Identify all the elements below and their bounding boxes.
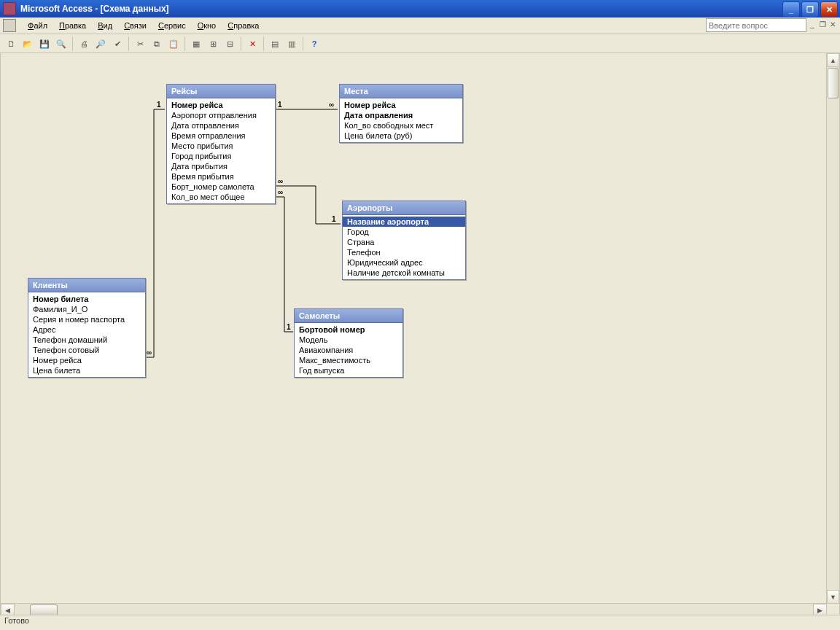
scroll-down-arrow-icon[interactable]: ▼ xyxy=(827,590,839,604)
cut-icon[interactable]: ✂ xyxy=(132,36,148,52)
field-row[interactable]: Место прибытия xyxy=(167,141,275,151)
menu-file[interactable]: Файл xyxy=(22,20,53,31)
cardinality-label: 1 xyxy=(157,101,161,109)
field-row[interactable]: Цена билета (руб) xyxy=(340,131,462,141)
table-title[interactable]: Самолеты xyxy=(295,309,402,323)
menu-relations[interactable]: Связи xyxy=(118,20,152,31)
paste-icon[interactable]: 📋 xyxy=(166,36,182,52)
field-row[interactable]: Страна xyxy=(343,237,465,247)
new-icon[interactable]: 🗋 xyxy=(3,36,19,52)
field-row[interactable]: Время прибытия xyxy=(167,171,275,182)
scroll-thumb[interactable] xyxy=(30,604,58,615)
menu-service[interactable]: Сервис xyxy=(152,20,192,31)
field-row[interactable]: Кол_во свободных мест xyxy=(340,120,462,131)
table-planes[interactable]: Самолеты Бортовой номерМодельАвиакомпани… xyxy=(294,308,403,378)
table-airports[interactable]: Аэропорты Название аэропортаГородСтранаТ… xyxy=(342,201,466,280)
field-row[interactable]: Макс_вместимость xyxy=(295,355,402,365)
table-title[interactable]: Аэропорты xyxy=(343,201,465,215)
table-body: Номер рейсаАэропорт отправленияДата отпр… xyxy=(167,98,275,203)
field-row[interactable]: Адрес xyxy=(28,324,145,335)
menubar: Файл Правка Вид Связи Сервис Окно Справк… xyxy=(0,18,840,34)
db-window-icon[interactable]: ▤ xyxy=(267,36,283,52)
field-row[interactable]: Название аэропорта xyxy=(343,217,465,227)
cardinality-label: ∞ xyxy=(278,177,283,185)
table-body: Номер билетаФамилия_И_ОСерия и номер пас… xyxy=(28,292,145,377)
table-flights[interactable]: Рейсы Номер рейсаАэропорт отправленияДат… xyxy=(166,84,276,204)
show-all-icon[interactable]: ⊟ xyxy=(222,36,238,52)
field-row[interactable]: Город xyxy=(343,227,465,237)
show-direct-icon[interactable]: ⊞ xyxy=(205,36,221,52)
field-row[interactable]: Дата отправления xyxy=(167,120,275,131)
spellcheck-icon[interactable]: ✔ xyxy=(109,36,125,52)
field-row[interactable]: Номер рейса xyxy=(28,355,145,365)
show-table-icon[interactable]: ▦ xyxy=(188,36,204,52)
new-object-icon[interactable]: ▥ xyxy=(284,36,300,52)
save-icon[interactable]: 💾 xyxy=(36,36,52,52)
mdi-restore-button[interactable]: ❐ xyxy=(818,20,827,28)
window-title: Microsoft Access - [Схема данных] xyxy=(20,4,169,14)
search-file-icon[interactable]: 🔍 xyxy=(53,36,69,52)
menu-help-label: правка xyxy=(233,21,259,30)
print-preview-icon[interactable]: 🔎 xyxy=(93,36,109,52)
table-clients[interactable]: Клиенты Номер билетаФамилия_И_ОСерия и н… xyxy=(28,278,146,378)
field-row[interactable]: Номер билета xyxy=(28,294,145,304)
field-row[interactable]: Фамилия_И_О xyxy=(28,304,145,314)
scroll-thumb[interactable] xyxy=(828,68,839,98)
field-row[interactable]: Время отправления xyxy=(167,131,275,141)
mdi-child-icon[interactable] xyxy=(3,19,16,32)
field-row[interactable]: Аэропорт отправления xyxy=(167,110,275,120)
ask-a-question-input[interactable] xyxy=(706,18,806,32)
mdi-close-button[interactable]: ✕ xyxy=(828,20,837,28)
field-row[interactable]: Телефон xyxy=(343,247,465,257)
table-body: Номер рейсаДата оправленияКол_во свободн… xyxy=(340,98,462,142)
cardinality-label: ∞ xyxy=(147,349,152,357)
field-row[interactable]: Цена билета xyxy=(28,365,145,376)
copy-icon[interactable]: ⧉ xyxy=(149,36,165,52)
field-row[interactable]: Борт_номер самолета xyxy=(167,182,275,192)
table-seats[interactable]: Места Номер рейсаДата оправленияКол_во с… xyxy=(339,84,463,143)
delete-icon[interactable]: ✕ xyxy=(244,36,260,52)
menu-window[interactable]: Окно xyxy=(192,20,222,31)
vertical-scrollbar[interactable]: ▲ ▼ xyxy=(826,53,839,604)
field-row[interactable]: Юридический адрес xyxy=(343,257,465,268)
menu-view[interactable]: Вид xyxy=(92,20,118,31)
cardinality-label: ∞ xyxy=(278,188,283,196)
mdi-minimize-button[interactable]: _ xyxy=(808,20,817,28)
field-row[interactable]: Телефон сотовый xyxy=(28,345,145,355)
close-button[interactable]: ✕ xyxy=(820,1,838,18)
field-row[interactable]: Наличие детской комнаты xyxy=(343,268,465,278)
cardinality-label: 1 xyxy=(287,323,291,331)
field-row[interactable]: Дата оправления xyxy=(340,110,462,120)
menu-edit[interactable]: Правка xyxy=(53,20,92,31)
field-row[interactable]: Город прибытия xyxy=(167,151,275,161)
menu-help[interactable]: Справка xyxy=(222,20,265,31)
field-row[interactable]: Модель xyxy=(295,335,402,345)
open-icon[interactable]: 📂 xyxy=(20,36,36,52)
menu-view-label: ид xyxy=(104,21,113,30)
field-row[interactable]: Номер рейса xyxy=(340,100,462,110)
table-title[interactable]: Места xyxy=(340,85,462,98)
table-body: Бортовой номерМодельАвиакомпанияМакс_вме… xyxy=(295,323,402,377)
print-icon[interactable]: 🖨 xyxy=(76,36,92,52)
relationships-canvas-wrap: 1 ∞ ∞ 1 ∞ 1 1 ∞ Рейсы Номер рейсаАэропор… xyxy=(0,52,840,617)
menu-edit-label: равка xyxy=(65,21,86,30)
menu-relations-label: вязи xyxy=(130,21,147,30)
help-icon[interactable]: ? xyxy=(306,36,322,52)
minimize-button[interactable]: _ xyxy=(782,1,800,18)
scroll-up-arrow-icon[interactable]: ▲ xyxy=(827,53,839,67)
maximize-button[interactable]: ❐ xyxy=(801,1,819,18)
menu-service-label: ервис xyxy=(164,21,186,30)
field-row[interactable]: Авиакомпания xyxy=(295,345,402,355)
table-title[interactable]: Рейсы xyxy=(167,85,275,98)
field-row[interactable]: Кол_во мест общее xyxy=(167,192,275,202)
field-row[interactable]: Серия и номер паспорта xyxy=(28,314,145,324)
field-row[interactable]: Год выпуска xyxy=(295,365,402,376)
menu-window-label: кно xyxy=(203,21,216,30)
field-row[interactable]: Телефон домашний xyxy=(28,335,145,345)
field-row[interactable]: Номер рейса xyxy=(167,100,275,110)
field-row[interactable]: Бортовой номер xyxy=(295,324,402,335)
table-title[interactable]: Клиенты xyxy=(28,279,145,292)
relationships-canvas[interactable]: 1 ∞ ∞ 1 ∞ 1 1 ∞ Рейсы Номер рейсаАэропор… xyxy=(2,55,826,603)
field-row[interactable]: Дата прибытия xyxy=(167,161,275,171)
menu-file-label: айл xyxy=(34,21,47,30)
